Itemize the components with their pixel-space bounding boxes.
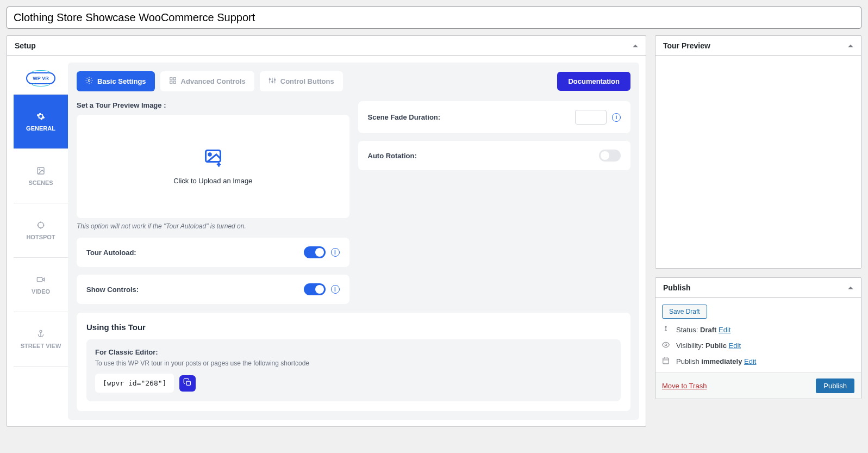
video-icon: [36, 275, 45, 285]
svg-rect-24: [186, 381, 190, 385]
tab-scenes[interactable]: SCENES: [14, 149, 68, 203]
save-draft-button[interactable]: Save Draft: [662, 305, 707, 319]
info-icon[interactable]: i: [612, 113, 621, 122]
side-tabs: WP VR GENERAL SCENES: [14, 63, 68, 420]
tour-preview-label: Tour Preview: [663, 41, 710, 50]
info-icon[interactable]: i: [331, 248, 340, 257]
setup-panel-header[interactable]: Setup: [7, 36, 646, 56]
svg-rect-13: [170, 81, 172, 83]
show-controls-label: Show Controls:: [86, 286, 139, 294]
status-row: Status: Draft Edit: [662, 325, 854, 334]
anchor-icon: [36, 330, 45, 339]
upload-image-icon: [203, 148, 223, 169]
post-title-input[interactable]: [7, 7, 861, 29]
image-icon: [36, 166, 45, 176]
wpvr-logo-tab: WP VR: [14, 63, 68, 95]
setup-header-label: Setup: [15, 41, 36, 50]
publish-button[interactable]: Publish: [816, 378, 854, 393]
show-controls-row: Show Controls: i: [77, 275, 349, 304]
classic-editor-title: For Classic Editor:: [95, 348, 612, 356]
calendar-icon: [662, 357, 671, 366]
status-label: Status:: [676, 326, 698, 334]
svg-rect-11: [170, 78, 172, 80]
svg-rect-7: [37, 277, 42, 282]
tab-street-view[interactable]: STREET VIEW: [14, 312, 68, 367]
move-to-trash-link[interactable]: Move to Trash: [662, 382, 707, 390]
tab-hotspot[interactable]: HOTSPOT: [14, 203, 68, 258]
publish-header-label: Publish: [663, 283, 691, 292]
tour-preview-body: [655, 56, 861, 268]
visibility-row: Visibility: Public Edit: [662, 341, 854, 350]
top-tab-control-label: Control Buttons: [280, 77, 334, 85]
top-tab-advanced-label: Advanced Controls: [181, 77, 246, 85]
upload-image-box[interactable]: Click to Upload an Image: [77, 115, 349, 218]
info-icon[interactable]: i: [331, 285, 340, 294]
svg-point-20: [274, 79, 275, 80]
scene-fade-label: Scene Fade Duration:: [368, 113, 441, 121]
top-tab-basic-settings[interactable]: Basic Settings: [77, 71, 155, 91]
svg-point-22: [209, 153, 211, 156]
top-tab-control-buttons[interactable]: Control Buttons: [260, 71, 343, 91]
svg-point-10: [88, 79, 90, 82]
tour-preview-panel: Tour Preview: [655, 35, 861, 269]
status-value: Draft: [700, 326, 716, 334]
tab-hotspot-label: HOTSPOT: [26, 234, 55, 240]
classic-editor-hint: To use this WP VR tour in your posts or …: [95, 359, 612, 367]
copy-shortcode-button[interactable]: [179, 375, 196, 392]
gear-icon: [36, 112, 45, 122]
svg-point-8: [40, 330, 42, 332]
auto-rotation-toggle[interactable]: [599, 150, 621, 162]
tab-video-label: VIDEO: [32, 288, 50, 295]
using-tour-card: Using this Tour For Classic Editor: To u…: [77, 313, 630, 411]
tour-autoload-row: Tour Autoload: i: [77, 238, 349, 267]
preview-image-label: Set a Tour Preview Image :: [77, 101, 349, 109]
sliders-icon: [268, 77, 276, 86]
svg-rect-12: [173, 78, 176, 80]
collapse-icon: [633, 45, 638, 47]
edit-status-link[interactable]: Edit: [719, 326, 730, 334]
schedule-label: Publish: [676, 357, 700, 365]
target-icon: [36, 221, 45, 231]
svg-point-1: [39, 169, 40, 170]
edit-schedule-link[interactable]: Edit: [744, 357, 756, 365]
tour-autoload-toggle[interactable]: [304, 246, 326, 258]
auto-rotation-label: Auto Rotation:: [368, 152, 417, 160]
tour-preview-header[interactable]: Tour Preview: [655, 36, 861, 56]
using-tour-title: Using this Tour: [86, 322, 621, 332]
publish-panel: Publish Save Draft Status: Draft Edit: [655, 277, 861, 399]
scene-fade-input[interactable]: [575, 110, 607, 125]
svg-point-2: [38, 222, 44, 228]
wpvr-logo-icon: WP VR: [26, 72, 55, 84]
tab-video[interactable]: VIDEO: [14, 258, 68, 312]
show-controls-toggle[interactable]: [304, 283, 326, 295]
publish-header[interactable]: Publish: [655, 278, 861, 298]
visibility-value: Public: [705, 342, 727, 350]
collapse-icon: [848, 45, 853, 47]
documentation-button[interactable]: Documentation: [557, 72, 630, 91]
tab-scenes-label: SCENES: [28, 179, 53, 186]
svg-point-19: [272, 81, 273, 82]
pin-icon: [662, 325, 671, 334]
shortcode-text: [wpvr id="268"]: [95, 374, 174, 393]
gear-icon: [85, 77, 93, 86]
setup-panel: Setup WP VR GENERAL: [7, 35, 646, 427]
svg-rect-26: [663, 358, 669, 364]
svg-point-25: [665, 344, 667, 346]
eye-icon: [662, 341, 671, 350]
edit-visibility-link[interactable]: Edit: [729, 342, 741, 350]
top-tab-basic-label: Basic Settings: [97, 77, 146, 85]
top-tab-advanced-controls[interactable]: Advanced Controls: [160, 71, 254, 91]
tab-general[interactable]: GENERAL: [14, 95, 68, 149]
copy-icon: [183, 378, 192, 388]
tour-autoload-label: Tour Autoload:: [86, 249, 136, 257]
svg-point-18: [269, 79, 270, 80]
visibility-label: Visibility:: [676, 342, 703, 350]
schedule-row: Publish immediately Edit: [662, 357, 854, 366]
auto-rotation-row: Auto Rotation:: [358, 141, 631, 170]
scene-fade-row: Scene Fade Duration: i: [358, 101, 631, 133]
svg-rect-14: [173, 81, 176, 83]
schedule-value: immediately: [701, 357, 742, 365]
upload-text: Click to Upload an Image: [173, 177, 252, 185]
preview-hint: This option will not work if the "Tour A…: [77, 222, 349, 230]
tab-street-view-label: STREET VIEW: [21, 343, 61, 349]
